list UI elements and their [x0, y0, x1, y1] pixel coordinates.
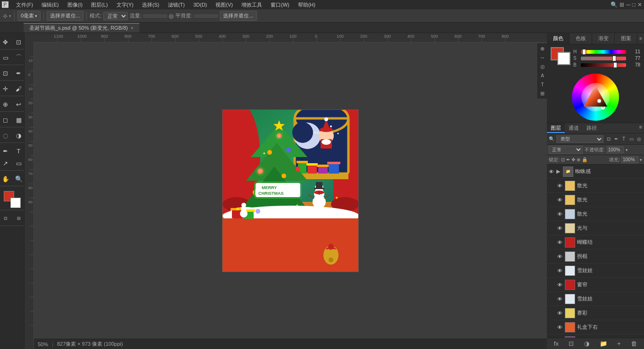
layer-vis-l4[interactable]: 👁 [556, 225, 563, 232]
right-icon-3[interactable]: A [538, 71, 547, 80]
document-tab[interactable]: 圣诞节插画_s.psd @ 50% (新变光, RGB/8) × [24, 23, 140, 33]
blur-tool[interactable]: ◌ [0, 130, 12, 141]
menu-view[interactable]: 视图(V) [212, 0, 237, 9]
lock-brush-btn[interactable]: ✒ [566, 157, 570, 162]
select-mask-btn[interactable]: 选择并遮住... [220, 11, 256, 21]
layer-item-l12[interactable]: 👁 礼盒下中 [547, 334, 644, 338]
layer-vis-l10[interactable]: 👁 [556, 310, 563, 316]
swatches-tab[interactable]: 色板 [570, 33, 592, 44]
screen-mode-btn[interactable]: ⊟ [13, 213, 25, 224]
layer-item-l1[interactable]: 👁 散光 [547, 179, 644, 193]
new-layer-btn[interactable]: + [615, 339, 623, 348]
layer-item-l2[interactable]: 👁 散光 [547, 193, 644, 207]
layers-panel-options-btn[interactable]: ≡ [637, 123, 644, 133]
background-color-swatch[interactable] [10, 198, 21, 208]
flow-value[interactable] [143, 15, 167, 17]
dodge-tool[interactable]: ◑ [13, 130, 25, 141]
saturation-slider[interactable] [581, 57, 626, 60]
right-icon-4[interactable]: T [538, 80, 547, 89]
right-icon-2[interactable]: ◎ [538, 62, 547, 71]
history-brush-tool[interactable]: ↩ [13, 99, 25, 110]
color-panel-options-btn[interactable]: ≡ [639, 36, 642, 41]
move-tool[interactable]: ✥ [0, 36, 12, 48]
lock-artboard-btn[interactable]: ⊕ [577, 157, 580, 162]
lasso-tool[interactable]: ⌒ [13, 52, 25, 63]
layer-item-l4[interactable]: 👁 光与 [547, 221, 644, 235]
finish-btn[interactable]: 选择并遮住... [47, 11, 83, 21]
layer-item-l6[interactable]: 👁 拐棍 [547, 249, 644, 264]
group-layers-btn[interactable]: 📁 [598, 339, 609, 348]
workspace-icon[interactable]: ⊞ [619, 1, 624, 8]
color-wheel-area[interactable] [547, 72, 644, 123]
menu-filter[interactable]: 滤镜(T) [164, 0, 189, 9]
restore-btn[interactable]: □ [632, 1, 636, 8]
layer-effects-btn[interactable]: fx [552, 339, 561, 348]
layer-item-l5[interactable]: 👁 蝴蝶结 [547, 235, 644, 249]
fill-input[interactable] [621, 156, 638, 163]
filter-type-icon[interactable]: T [620, 136, 627, 142]
fill-options-btn[interactable]: ▾ [640, 158, 642, 162]
menu-edit[interactable]: 编辑(E) [38, 0, 63, 9]
layer-item-l10[interactable]: 👁 赛彩 [547, 306, 644, 320]
layer-item-l3[interactable]: 👁 散光 [547, 207, 644, 221]
layer-blend-mode[interactable]: 正常 [549, 146, 583, 154]
layer-vis-group1[interactable]: 👁 [548, 168, 554, 175]
opacity-options-btn[interactable]: ▾ [626, 148, 628, 152]
smoothing-value[interactable] [194, 15, 218, 17]
layer-item-l11[interactable]: 👁 礼盒下右 [547, 320, 644, 334]
pattern-tab[interactable]: 图案 [615, 33, 637, 44]
hue-slider[interactable] [581, 50, 626, 54]
tab-close-btn[interactable]: × [131, 25, 133, 31]
clone-stamp-tool[interactable]: ⊕ [0, 99, 12, 110]
background-color-box[interactable] [557, 52, 570, 65]
menu-help[interactable]: 帮助(H) [294, 0, 319, 9]
lock-position-btn[interactable]: ✥ [571, 157, 575, 162]
layers-tab[interactable]: 图层 [547, 123, 565, 133]
filter-smart-icon[interactable]: ◎ [636, 136, 642, 142]
gradient-tool[interactable]: ▦ [13, 114, 25, 125]
layer-vis-l1[interactable]: 👁 [556, 183, 563, 189]
menu-window[interactable]: 窗口(W) [267, 0, 293, 9]
opacity-input[interactable] [607, 146, 624, 153]
layer-type-filter[interactable]: 类型 [556, 135, 603, 143]
gradient-tab[interactable]: 渐变 [592, 33, 615, 44]
right-icon-0[interactable]: ⊕ [538, 44, 547, 53]
path-select-tool[interactable]: ↗ [0, 158, 12, 169]
canvas-area[interactable]: MERRY CHRISTMAS [34, 42, 547, 339]
menu-select[interactable]: 选择(S) [138, 0, 163, 9]
zoom-tool[interactable]: 🔍 [13, 173, 25, 184]
layer-vis-l7[interactable]: 👁 [556, 267, 563, 274]
layer-item-group1[interactable]: 👁 ▶ 📁 蜘蛛感 [547, 165, 644, 179]
channels-tab[interactable]: 通道 [565, 123, 583, 133]
menu-layer[interactable]: 图层(L) [87, 0, 111, 9]
menu-type[interactable]: 文字(Y) [113, 0, 138, 9]
pen-tool[interactable]: ✒ [0, 145, 12, 157]
type-tool[interactable]: T [13, 145, 25, 157]
filter-adj-icon[interactable]: ✒ [613, 136, 619, 142]
layer-vis-l11[interactable]: 👁 [556, 324, 563, 331]
right-icon-1[interactable]: ↔ [538, 53, 547, 62]
shape-tool[interactable]: ▭ [13, 158, 25, 169]
color-wheel[interactable] [572, 74, 619, 121]
layer-vis-l2[interactable]: 👁 [556, 197, 563, 203]
lock-all-btn[interactable]: 🔒 [582, 157, 587, 162]
eraser-tool[interactable]: ◻ [0, 114, 12, 125]
hand-tool[interactable]: ✋ [0, 173, 12, 184]
filter-pixel-icon[interactable]: ⊡ [605, 136, 612, 142]
crop-tool[interactable]: ⊡ [0, 67, 12, 79]
delete-layer-btn[interactable]: 🗑 [629, 339, 639, 348]
layer-vis-l9[interactable]: 👁 [556, 296, 563, 302]
layer-vis-l8[interactable]: 👁 [556, 282, 563, 288]
filter-shape-icon[interactable]: ▭ [628, 136, 635, 142]
rect-select-tool[interactable]: ▭ [0, 52, 12, 63]
paths-tab[interactable]: 路径 [583, 123, 601, 133]
menu-3d[interactable]: 3D(D) [190, 1, 211, 8]
layer-vis-l3[interactable]: 👁 [556, 211, 563, 217]
menu-image[interactable]: 图像(I) [64, 0, 86, 9]
add-mask-btn[interactable]: ⊡ [567, 339, 576, 348]
minimize-btn[interactable]: ─ [626, 1, 630, 8]
adj-layer-btn[interactable]: ◑ [582, 339, 591, 348]
right-icon-5[interactable]: ⊞ [538, 89, 547, 98]
menu-plugins[interactable]: 增效工具 [238, 0, 266, 9]
search-icon[interactable]: 🔍 [611, 1, 618, 8]
